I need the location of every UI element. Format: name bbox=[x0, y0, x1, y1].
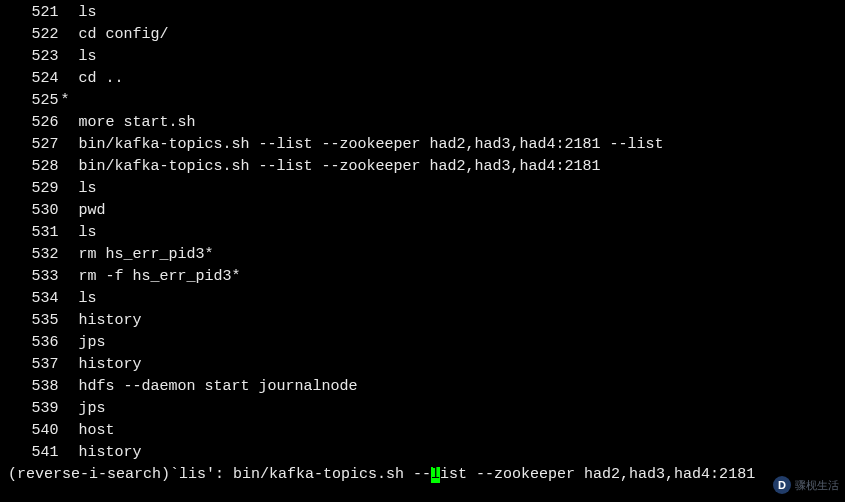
history-line-command: ls bbox=[79, 290, 97, 307]
history-line: 540 host bbox=[8, 420, 837, 442]
history-line-number: 537 bbox=[8, 354, 61, 376]
history-line-number: 533 bbox=[8, 266, 61, 288]
history-line-number: 538 bbox=[8, 376, 61, 398]
history-line-number: 541 bbox=[8, 442, 61, 464]
history-line-sep bbox=[61, 136, 79, 153]
history-line-number: 540 bbox=[8, 420, 61, 442]
history-line-command: ls bbox=[79, 180, 97, 197]
history-line: 538 hdfs --daemon start journalnode bbox=[8, 376, 837, 398]
history-line: 539 jps bbox=[8, 398, 837, 420]
history-line: 521 ls bbox=[8, 2, 837, 24]
history-line-command: cd .. bbox=[79, 70, 124, 87]
history-line-number: 526 bbox=[8, 112, 61, 134]
history-line-number: 539 bbox=[8, 398, 61, 420]
prompt-suffix: ist --zookeeper had2,had3,had4:2181 bbox=[440, 466, 755, 483]
history-line: 529 ls bbox=[8, 178, 837, 200]
history-line-sep bbox=[61, 4, 79, 21]
history-line-command: bin/kafka-topics.sh --list --zookeeper h… bbox=[79, 158, 601, 175]
history-line-command: more start.sh bbox=[79, 114, 196, 131]
history-line-sep bbox=[61, 202, 79, 219]
history-line-sep bbox=[61, 158, 79, 175]
history-line-command: pwd bbox=[79, 202, 106, 219]
history-line-command: rm hs_err_pid3* bbox=[79, 246, 214, 263]
history-line: 525* bbox=[8, 90, 837, 112]
history-line: 531 ls bbox=[8, 222, 837, 244]
history-line-command: ls bbox=[79, 224, 97, 241]
history-line-sep bbox=[61, 444, 79, 461]
history-line-number: 532 bbox=[8, 244, 61, 266]
history-line: 534 ls bbox=[8, 288, 837, 310]
reverse-search-prompt[interactable]: (reverse-i-search)`lis': bin/kafka-topic… bbox=[8, 464, 837, 486]
history-line-command: cd config/ bbox=[79, 26, 169, 43]
history-line: 528 bin/kafka-topics.sh --list --zookeep… bbox=[8, 156, 837, 178]
history-line-sep bbox=[61, 70, 79, 87]
history-line-command: history bbox=[79, 312, 142, 329]
history-line-sep bbox=[61, 246, 79, 263]
history-line-number: 525 bbox=[8, 90, 61, 112]
history-line-number: 536 bbox=[8, 332, 61, 354]
history-line: 537 history bbox=[8, 354, 837, 376]
history-line: 535 history bbox=[8, 310, 837, 332]
history-line-command: rm -f hs_err_pid3* bbox=[79, 268, 241, 285]
history-line-sep bbox=[61, 334, 79, 351]
history-line: 526 more start.sh bbox=[8, 112, 837, 134]
history-line: 541 history bbox=[8, 442, 837, 464]
history-line-sep bbox=[61, 312, 79, 329]
history-line-command: history bbox=[79, 444, 142, 461]
history-line-number: 528 bbox=[8, 156, 61, 178]
history-line-sep bbox=[61, 356, 79, 373]
history-line-command: host bbox=[79, 422, 115, 439]
history-line-sep bbox=[61, 224, 79, 241]
history-line-sep bbox=[61, 378, 79, 395]
history-line-star: * bbox=[61, 92, 70, 109]
history-line-sep bbox=[61, 26, 79, 43]
history-line-sep bbox=[61, 48, 79, 65]
history-line: 536 jps bbox=[8, 332, 837, 354]
history-line-command: jps bbox=[79, 334, 106, 351]
history-line-sep bbox=[61, 268, 79, 285]
history-line-number: 524 bbox=[8, 68, 61, 90]
history-line-sep bbox=[61, 114, 79, 131]
history-line-number: 521 bbox=[8, 2, 61, 24]
history-line-command: ls bbox=[79, 48, 97, 65]
history-line-sep bbox=[61, 422, 79, 439]
history-line-number: 529 bbox=[8, 178, 61, 200]
history-line-sep bbox=[61, 180, 79, 197]
history-line-command: bin/kafka-topics.sh --list --zookeeper h… bbox=[79, 136, 664, 153]
history-line: 530 pwd bbox=[8, 200, 837, 222]
history-line-number: 522 bbox=[8, 24, 61, 46]
history-line-number: 527 bbox=[8, 134, 61, 156]
history-line-number: 535 bbox=[8, 310, 61, 332]
terminal-cursor: l bbox=[431, 467, 440, 484]
history-line-number: 530 bbox=[8, 200, 61, 222]
prompt-prefix: (reverse-i-search)`lis': bin/kafka-topic… bbox=[8, 466, 431, 483]
history-line-command: ls bbox=[79, 4, 97, 21]
history-line-sep bbox=[61, 400, 79, 417]
history-line-command: history bbox=[79, 356, 142, 373]
history-line: 523 ls bbox=[8, 46, 837, 68]
history-line-number: 534 bbox=[8, 288, 61, 310]
history-line: 533 rm -f hs_err_pid3* bbox=[8, 266, 837, 288]
history-line-command: jps bbox=[79, 400, 106, 417]
history-line: 532 rm hs_err_pid3* bbox=[8, 244, 837, 266]
history-line-number: 523 bbox=[8, 46, 61, 68]
history-line: 524 cd .. bbox=[8, 68, 837, 90]
history-line-sep bbox=[61, 290, 79, 307]
history-line-number: 531 bbox=[8, 222, 61, 244]
history-line-command: hdfs --daemon start journalnode bbox=[79, 378, 358, 395]
terminal-output[interactable]: 521 ls522 cd config/523 ls524 cd ..525*5… bbox=[8, 2, 837, 486]
history-line: 527 bin/kafka-topics.sh --list --zookeep… bbox=[8, 134, 837, 156]
history-line: 522 cd config/ bbox=[8, 24, 837, 46]
